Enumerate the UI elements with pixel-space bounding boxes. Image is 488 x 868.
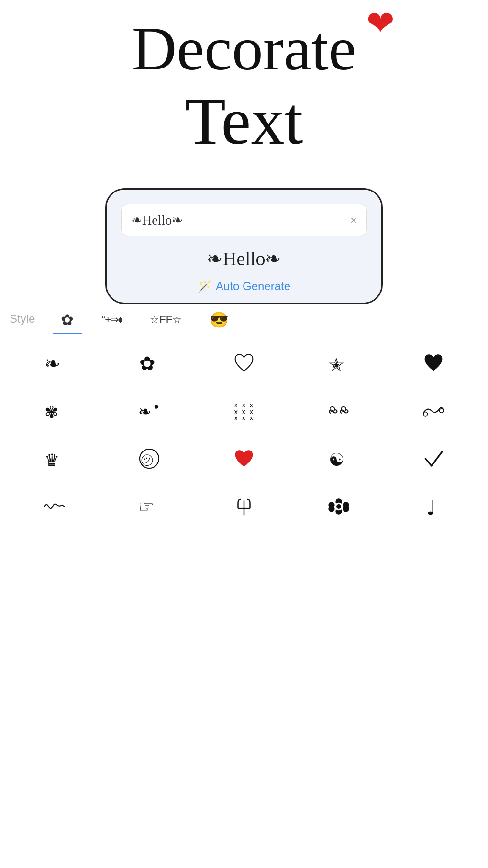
symbol-flower-small[interactable]: ✾ — [10, 392, 100, 430]
tab-fonts-icon: ☆FF☆ — [150, 314, 182, 331]
preview-text: ❧Hello❧ — [121, 248, 367, 275]
hero-title-line1: Decorate — [132, 14, 356, 83]
tab-ornaments[interactable]: ✿ — [49, 311, 85, 334]
symbol-heart-solid[interactable] — [388, 344, 478, 382]
hero-heart-icon: ❤ — [366, 5, 395, 42]
svg-text:㋡: ㋡ — [141, 452, 154, 467]
svg-text:✾: ✾ — [44, 403, 58, 422]
svg-text:✿: ✿ — [139, 353, 155, 374]
svg-text:x x x: x x x — [234, 415, 253, 422]
hero-title-line2: Text — [185, 88, 303, 155]
symbol-trident[interactable] — [199, 487, 289, 526]
svg-point-26 — [343, 506, 349, 512]
symbol-heart-outline[interactable] — [199, 344, 289, 382]
symbol-wave-circle[interactable]: ∾∾ — [294, 392, 384, 430]
symbol-ornament-swirl[interactable]: ❧ — [104, 392, 194, 430]
symbol-crown[interactable]: ♛ — [10, 440, 100, 478]
tab-arrows[interactable]: °+⇒♦ — [90, 314, 133, 331]
symbol-flower-rotate[interactable]: ✿ — [104, 344, 194, 382]
symbol-smile-circle[interactable]: ㋡ — [104, 440, 194, 478]
symbol-cross-pattern[interactable]: x x x x x x x x x — [199, 392, 289, 430]
auto-generate-button[interactable]: 🪄 Auto Generate — [121, 275, 367, 303]
symbol-squiggle[interactable] — [10, 487, 100, 526]
svg-point-25 — [328, 506, 334, 512]
tab-emoji-icon: 😎 — [210, 311, 229, 334]
svg-text:✭: ✭ — [329, 355, 344, 375]
svg-text:☞: ☞ — [138, 497, 154, 517]
svg-text:☯: ☯ — [329, 450, 344, 470]
symbol-star[interactable]: ✭ — [294, 344, 384, 382]
tab-emoji[interactable]: 😎 — [198, 311, 240, 334]
hero-section: Decorate ❤ Text — [0, 0, 488, 174]
symbol-wave-curl[interactable] — [388, 392, 478, 430]
clear-button[interactable]: × — [350, 214, 357, 227]
svg-point-28 — [336, 504, 341, 509]
svg-text:❧: ❧ — [138, 403, 152, 420]
input-text: ❧Hello❧ — [131, 212, 183, 228]
phone-mockup: ❧Hello❧ × ❧Hello❧ 🪄 Auto Generate — [105, 188, 383, 304]
style-label: Style — [10, 312, 44, 332]
auto-generate-label: Auto Generate — [216, 280, 290, 293]
svg-point-5 — [155, 405, 158, 409]
tab-bar: Style ✿ °+⇒♦ ☆FF☆ 😎 — [10, 304, 478, 334]
svg-text:❧: ❧ — [44, 353, 61, 374]
symbol-pointing-hand[interactable]: ☞ — [104, 487, 194, 526]
symbol-yin-yang[interactable]: ☯ — [294, 440, 384, 478]
tab-fonts[interactable]: ☆FF☆ — [138, 314, 193, 331]
symbol-heart-red[interactable] — [199, 440, 289, 478]
input-bar[interactable]: ❧Hello❧ × — [121, 204, 367, 236]
symbol-music-note[interactable]: ♩ — [388, 487, 478, 526]
bottom-panel: Style ✿ °+⇒♦ ☆FF☆ 😎 ❧ ✿ — [0, 304, 488, 535]
tab-ornaments-icon: ✿ — [61, 311, 74, 334]
svg-point-13 — [440, 409, 444, 413]
symbol-checkmark[interactable] — [388, 440, 478, 478]
wand-icon: 🪄 — [198, 280, 212, 293]
symbol-grid: ❧ ✿ ✭ ✾ — [10, 344, 478, 526]
svg-text:♛: ♛ — [44, 451, 59, 470]
symbol-flower-six[interactable] — [294, 487, 384, 526]
svg-point-12 — [423, 412, 427, 416]
svg-text:♩: ♩ — [426, 497, 436, 519]
symbol-floral-left[interactable]: ❧ — [10, 344, 100, 382]
tab-arrows-icon: °+⇒♦ — [101, 314, 122, 331]
